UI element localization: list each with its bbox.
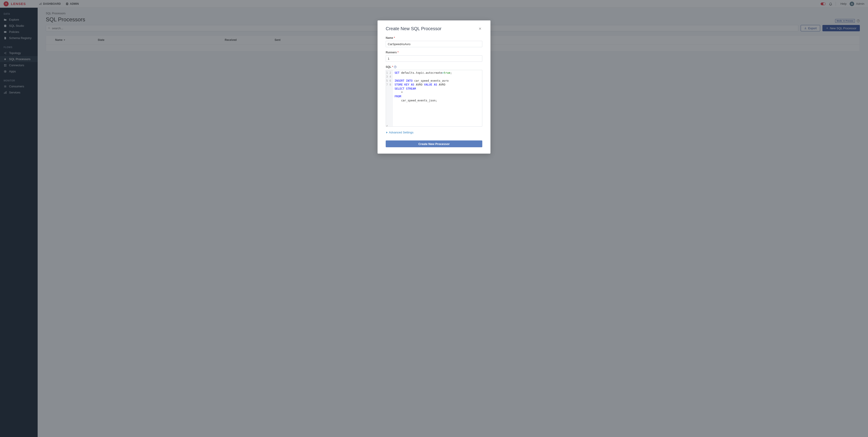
name-label-text: Name — [386, 36, 393, 39]
sql-label-text: SQL — [386, 65, 391, 68]
editor-code[interactable]: SET defaults.topic.autocreate=true; INSE… — [393, 70, 482, 126]
sql-label: SQL * — [386, 65, 393, 68]
modal-overlay[interactable]: Create New SQL Processor × Name * Runner… — [0, 0, 868, 437]
sql-editor[interactable]: 1 2 3 4 5 6 7 8 SET defaults.topic.autoc… — [386, 70, 482, 126]
create-processor-submit[interactable]: Create New Processor — [386, 141, 482, 147]
create-processor-submit-label: Create New Processor — [418, 142, 450, 146]
chevron-right-icon — [386, 132, 388, 134]
runners-label-text: Runners — [386, 51, 397, 54]
name-label: Name * — [386, 36, 482, 39]
modal-close-button[interactable]: × — [478, 25, 482, 32]
runners-input[interactable] — [386, 55, 482, 62]
sql-help-icon[interactable] — [394, 65, 397, 68]
advanced-settings-toggle[interactable]: Advanced Settings — [386, 131, 482, 134]
editor-gutter: 1 2 3 4 5 6 7 8 — [386, 70, 393, 126]
modal-title: Create New SQL Processor — [386, 26, 441, 31]
create-processor-modal: Create New SQL Processor × Name * Runner… — [377, 21, 491, 154]
advanced-settings-label: Advanced Settings — [389, 131, 413, 134]
required-mark: * — [394, 36, 395, 39]
editor-resize-handle[interactable] — [386, 125, 388, 126]
name-input[interactable] — [386, 41, 482, 47]
runners-label: Runners * — [386, 51, 482, 54]
required-mark: * — [398, 51, 399, 54]
required-mark: * — [392, 65, 393, 68]
